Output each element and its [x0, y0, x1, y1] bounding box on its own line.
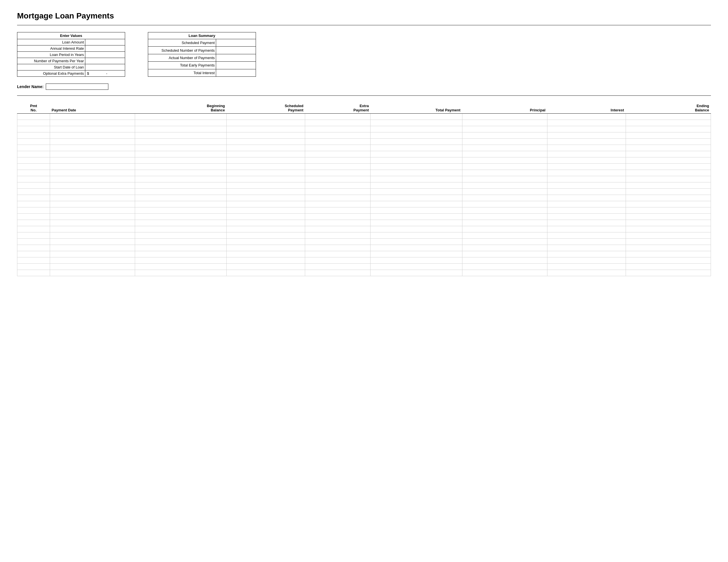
enter-values-value-cell[interactable] — [85, 58, 125, 64]
table-cell[interactable] — [371, 245, 462, 251]
table-cell[interactable] — [626, 157, 711, 164]
table-cell[interactable] — [547, 151, 626, 157]
table-cell[interactable] — [17, 201, 50, 208]
table-cell[interactable] — [371, 170, 462, 176]
table-cell[interactable] — [227, 157, 305, 164]
table-cell[interactable] — [227, 220, 305, 226]
table-cell[interactable] — [227, 258, 305, 264]
table-cell[interactable] — [17, 183, 50, 189]
table-cell[interactable] — [17, 114, 50, 120]
table-cell[interactable] — [227, 245, 305, 251]
table-cell[interactable] — [547, 120, 626, 126]
table-cell[interactable] — [227, 139, 305, 145]
table-cell[interactable] — [227, 251, 305, 258]
table-cell[interactable] — [462, 245, 547, 251]
table-cell[interactable] — [135, 139, 227, 145]
table-cell[interactable] — [227, 151, 305, 157]
table-cell[interactable] — [371, 233, 462, 239]
lender-name-input[interactable] — [46, 84, 108, 90]
table-cell[interactable] — [371, 132, 462, 139]
table-cell[interactable] — [626, 245, 711, 251]
loan-summary-value-cell[interactable] — [216, 54, 256, 61]
table-cell[interactable] — [305, 164, 371, 170]
table-cell[interactable] — [371, 126, 462, 132]
table-cell[interactable] — [17, 151, 50, 157]
table-cell[interactable] — [50, 132, 135, 139]
table-cell[interactable] — [17, 270, 50, 276]
table-cell[interactable] — [626, 214, 711, 220]
table-cell[interactable] — [371, 270, 462, 276]
table-cell[interactable] — [371, 264, 462, 270]
table-cell[interactable] — [227, 189, 305, 195]
table-cell[interactable] — [50, 201, 135, 208]
table-cell[interactable] — [626, 251, 711, 258]
enter-values-value-cell[interactable] — [85, 45, 125, 52]
table-cell[interactable] — [305, 126, 371, 132]
table-cell[interactable] — [17, 258, 50, 264]
table-cell[interactable] — [371, 214, 462, 220]
table-cell[interactable] — [135, 220, 227, 226]
table-cell[interactable] — [462, 270, 547, 276]
table-cell[interactable] — [50, 170, 135, 176]
table-cell[interactable] — [626, 239, 711, 245]
table-cell[interactable] — [547, 226, 626, 233]
table-cell[interactable] — [626, 170, 711, 176]
table-cell[interactable] — [50, 214, 135, 220]
table-cell[interactable] — [626, 145, 711, 151]
table-cell[interactable] — [50, 239, 135, 245]
table-cell[interactable] — [135, 233, 227, 239]
table-cell[interactable] — [17, 164, 50, 170]
table-cell[interactable] — [305, 114, 371, 120]
table-cell[interactable] — [547, 170, 626, 176]
table-cell[interactable] — [547, 245, 626, 251]
table-cell[interactable] — [50, 139, 135, 145]
table-cell[interactable] — [17, 239, 50, 245]
table-cell[interactable] — [626, 201, 711, 208]
table-cell[interactable] — [462, 183, 547, 189]
table-cell[interactable] — [462, 139, 547, 145]
table-cell[interactable] — [547, 201, 626, 208]
table-cell[interactable] — [305, 139, 371, 145]
table-cell[interactable] — [305, 239, 371, 245]
table-cell[interactable] — [227, 126, 305, 132]
table-cell[interactable] — [50, 126, 135, 132]
table-cell[interactable] — [227, 239, 305, 245]
table-cell[interactable] — [626, 220, 711, 226]
table-cell[interactable] — [50, 189, 135, 195]
table-cell[interactable] — [305, 270, 371, 276]
table-cell[interactable] — [626, 264, 711, 270]
table-cell[interactable] — [50, 151, 135, 157]
table-cell[interactable] — [227, 120, 305, 126]
table-cell[interactable] — [305, 214, 371, 220]
table-cell[interactable] — [462, 264, 547, 270]
table-cell[interactable] — [305, 151, 371, 157]
table-cell[interactable] — [462, 214, 547, 220]
table-cell[interactable] — [227, 226, 305, 233]
table-cell[interactable] — [135, 164, 227, 170]
loan-summary-value-cell[interactable] — [216, 39, 256, 47]
table-cell[interactable] — [371, 120, 462, 126]
table-cell[interactable] — [135, 195, 227, 201]
table-cell[interactable] — [626, 183, 711, 189]
table-cell[interactable] — [462, 258, 547, 264]
table-cell[interactable] — [227, 114, 305, 120]
table-cell[interactable] — [547, 183, 626, 189]
table-cell[interactable] — [227, 183, 305, 189]
table-cell[interactable] — [17, 170, 50, 176]
table-cell[interactable] — [305, 189, 371, 195]
table-cell[interactable] — [462, 151, 547, 157]
table-cell[interactable] — [50, 208, 135, 214]
table-cell[interactable] — [371, 226, 462, 233]
table-cell[interactable] — [371, 220, 462, 226]
table-cell[interactable] — [371, 114, 462, 120]
table-cell[interactable] — [305, 220, 371, 226]
table-cell[interactable] — [626, 126, 711, 132]
table-cell[interactable] — [462, 201, 547, 208]
table-cell[interactable] — [50, 164, 135, 170]
table-cell[interactable] — [462, 195, 547, 201]
table-cell[interactable] — [462, 233, 547, 239]
table-cell[interactable] — [626, 233, 711, 239]
table-cell[interactable] — [227, 145, 305, 151]
table-cell[interactable] — [227, 164, 305, 170]
table-cell[interactable] — [626, 114, 711, 120]
